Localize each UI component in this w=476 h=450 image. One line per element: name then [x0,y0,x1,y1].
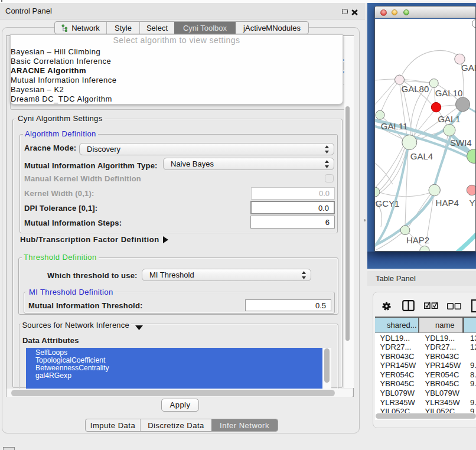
svg-text:GCY1: GCY1 [376,198,400,208]
svg-text:GAL11: GAL11 [381,121,408,131]
svg-text:YJ: YJ [470,198,476,208]
svg-text:GAL1: GAL1 [438,114,460,124]
svg-text:HAP2: HAP2 [406,235,429,245]
svg-text:GAL4: GAL4 [410,151,433,161]
svg-text:GAL10: GAL10 [435,88,463,98]
svg-text:SWI4: SWI4 [450,138,472,148]
svg-text:HAP4: HAP4 [436,198,459,208]
svg-text:GAL80: GAL80 [402,84,429,94]
svg-text:GAL7: GAL7 [461,63,475,73]
